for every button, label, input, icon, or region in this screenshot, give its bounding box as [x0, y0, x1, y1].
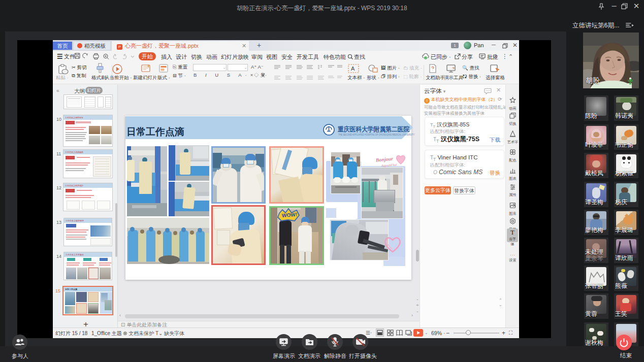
svg-text:WOW!: WOW! — [282, 212, 298, 218]
svg-text:A: A — [351, 65, 355, 72]
